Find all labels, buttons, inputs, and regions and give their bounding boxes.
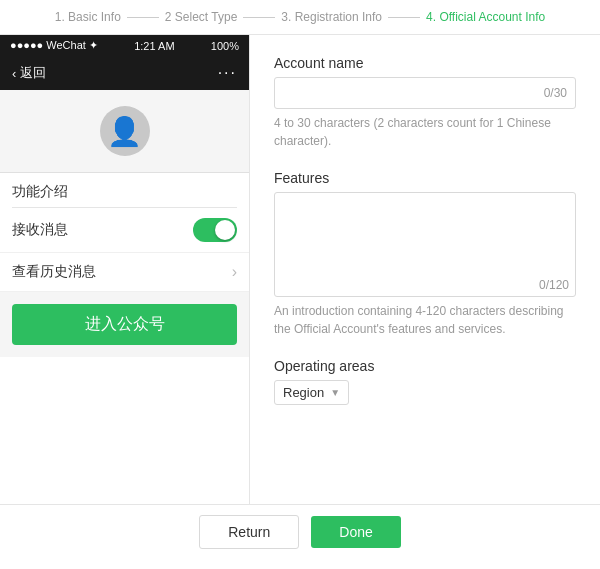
- phone-toggle[interactable]: [193, 218, 237, 242]
- step-sep-2: [243, 17, 275, 18]
- footer: Return Done: [0, 504, 600, 559]
- phone-feature-label: 功能介绍: [0, 173, 249, 207]
- phone-back-label: 返回: [20, 64, 46, 82]
- phone-avatar-section: 👤: [0, 90, 249, 173]
- step-2: 2 Select Type: [165, 10, 238, 24]
- phone-body: 👤 功能介绍 接收消息 查看历史消息 › 进入公众号: [0, 90, 249, 504]
- features-hint: An introduction containing 4-120 charact…: [274, 302, 576, 338]
- phone-battery: 100%: [211, 40, 239, 52]
- account-name-hint: 4 to 30 characters (2 characters count f…: [274, 114, 576, 150]
- step-4: 4. Official Account Info: [426, 10, 545, 24]
- account-name-field: Account name 0/30 4 to 30 characters (2 …: [274, 55, 576, 150]
- phone-row-receive: 接收消息: [0, 208, 249, 253]
- features-field: Features 0/120 An introduction containin…: [274, 170, 576, 338]
- phone-time: 1:21 AM: [134, 40, 174, 52]
- phone-btn-section: 进入公众号: [0, 292, 249, 357]
- account-name-count: 0/30: [544, 86, 567, 100]
- features-textarea[interactable]: [275, 193, 575, 273]
- region-select[interactable]: Region ▼: [274, 380, 349, 405]
- phone-back-chevron: ‹: [12, 66, 16, 81]
- main-content: ●●●●● WeChat ✦ 1:21 AM 100% ‹ 返回 ··· 👤 功…: [0, 35, 600, 504]
- phone-nav-bar: ‹ 返回 ···: [0, 56, 249, 90]
- phone-status-bar: ●●●●● WeChat ✦ 1:21 AM 100%: [0, 35, 249, 56]
- phone-receive-label: 接收消息: [12, 221, 68, 239]
- region-dropdown-icon: ▼: [330, 387, 340, 398]
- phone-row-arrow-icon: ›: [232, 263, 237, 281]
- phone-signal: ●●●●● WeChat ✦: [10, 39, 98, 52]
- features-textarea-wrapper: 0/120: [274, 192, 576, 297]
- region-select-label: Region: [283, 385, 324, 400]
- step-bar: 1. Basic Info 2 Select Type 3. Registrat…: [0, 0, 600, 35]
- step-sep-1: [127, 17, 159, 18]
- user-icon: 👤: [107, 115, 142, 148]
- features-label: Features: [274, 170, 576, 186]
- step-1: 1. Basic Info: [55, 10, 121, 24]
- phone-row-history[interactable]: 查看历史消息 ›: [0, 253, 249, 292]
- account-name-label: Account name: [274, 55, 576, 71]
- phone-nav-dots[interactable]: ···: [218, 64, 237, 82]
- form-panel: Account name 0/30 4 to 30 characters (2 …: [250, 35, 600, 504]
- done-button[interactable]: Done: [311, 516, 400, 548]
- phone-back-button[interactable]: ‹ 返回: [12, 64, 46, 82]
- return-button[interactable]: Return: [199, 515, 299, 549]
- phone-toggle-knob: [215, 220, 235, 240]
- operating-areas-label: Operating areas: [274, 358, 576, 374]
- phone-enter-button[interactable]: 进入公众号: [12, 304, 237, 345]
- step-3: 3. Registration Info: [281, 10, 382, 24]
- phone-avatar: 👤: [100, 106, 150, 156]
- operating-areas-field: Operating areas Region ▼: [274, 358, 576, 405]
- phone-history-label: 查看历史消息: [12, 263, 96, 281]
- phone-panel: ●●●●● WeChat ✦ 1:21 AM 100% ‹ 返回 ··· 👤 功…: [0, 35, 250, 504]
- features-count: 0/120: [275, 276, 575, 296]
- step-sep-3: [388, 17, 420, 18]
- account-name-input-wrapper: 0/30: [274, 77, 576, 109]
